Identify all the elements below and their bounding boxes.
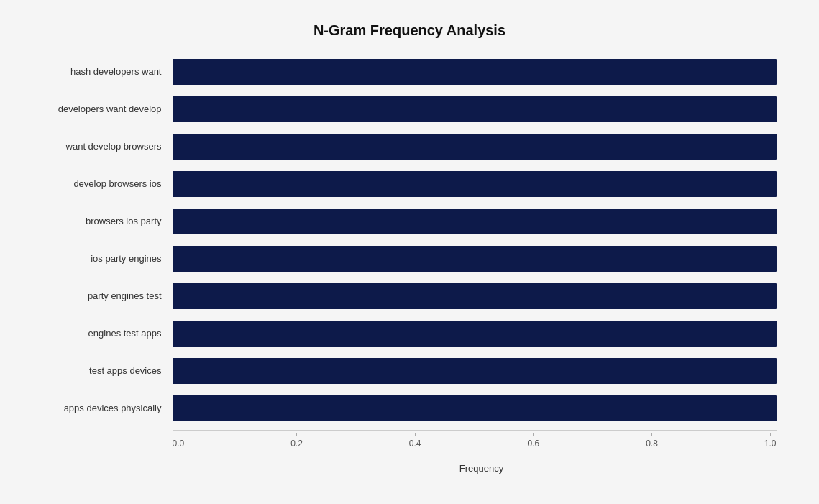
bar-fill (173, 321, 777, 347)
bar-label: hash developers want (25, 66, 169, 77)
x-tick-line (178, 433, 178, 436)
bar-fill (173, 395, 777, 421)
bar-row: hash developers want (173, 53, 777, 91)
bar-label: browsers ios party (25, 216, 169, 226)
bar-label: apps devices physically (25, 403, 169, 413)
x-tick: 0.8 (646, 430, 658, 449)
bar-row: browsers ios party (173, 203, 777, 240)
bar-row: want develop browsers (173, 128, 777, 165)
x-tick-line (296, 433, 297, 436)
x-tick-line (533, 433, 534, 436)
bar-row: apps devices physically (173, 390, 777, 427)
x-axis-label: Frequency (173, 463, 791, 474)
bars-wrapper: hash developers wantdevelopers want deve… (29, 53, 791, 427)
x-tick: 0.2 (290, 430, 303, 449)
chart-title: N-Gram Frequency Analysis (29, 22, 791, 39)
bar-fill (173, 283, 777, 309)
chart-area: hash developers wantdevelopers want deve… (173, 53, 777, 427)
x-axis-area: 0.00.20.40.60.81.0 (173, 430, 777, 459)
bar-fill (173, 358, 777, 384)
x-tick-label: 1.0 (764, 439, 777, 449)
bar-label: party engines test (25, 290, 169, 301)
x-tick: 0.4 (409, 430, 421, 449)
bar-label: ios party engines (25, 253, 169, 264)
bar-track (173, 395, 777, 421)
bar-track (173, 321, 777, 347)
x-tick-label: 0.4 (409, 439, 421, 449)
bar-fill (173, 59, 777, 85)
bar-track (173, 171, 777, 197)
bar-track (173, 358, 777, 384)
bar-track (173, 209, 777, 234)
bar-row: develop browsers ios (173, 165, 777, 203)
x-tick-label: 0.2 (290, 439, 303, 449)
bar-label: engines test apps (25, 328, 169, 339)
bar-row: ios party engines (173, 240, 777, 278)
bar-track (173, 96, 777, 122)
bar-fill (173, 171, 777, 197)
bar-track (173, 283, 777, 309)
bar-fill (173, 96, 777, 122)
bar-track (173, 246, 777, 272)
bar-row: test apps devices (173, 352, 777, 390)
x-tick-label: 0.6 (527, 439, 539, 449)
x-tick-label: 0.8 (646, 439, 658, 449)
bar-label: developers want develop (25, 104, 169, 114)
bar-fill (173, 134, 777, 160)
bar-row: party engines test (173, 278, 777, 315)
x-tick-line (651, 433, 652, 436)
bar-track (173, 134, 777, 160)
x-tick: 0.6 (527, 430, 539, 449)
bar-track (173, 59, 777, 85)
bar-fill (173, 209, 777, 234)
x-tick: 0.0 (173, 430, 185, 449)
x-tick-line (415, 433, 416, 436)
bar-row: developers want develop (173, 91, 777, 128)
x-tick: 1.0 (764, 430, 777, 449)
bar-label: want develop browsers (25, 141, 169, 152)
bar-fill (173, 246, 777, 272)
bar-label: develop browsers ios (25, 178, 169, 189)
x-tick-line (770, 433, 771, 436)
x-ticks: 0.00.20.40.60.81.0 (173, 430, 777, 449)
x-tick-label: 0.0 (173, 439, 185, 449)
bar-label: test apps devices (25, 365, 169, 376)
bar-row: engines test apps (173, 315, 777, 352)
chart-container: N-Gram Frequency Analysis hash developer… (14, 8, 805, 497)
